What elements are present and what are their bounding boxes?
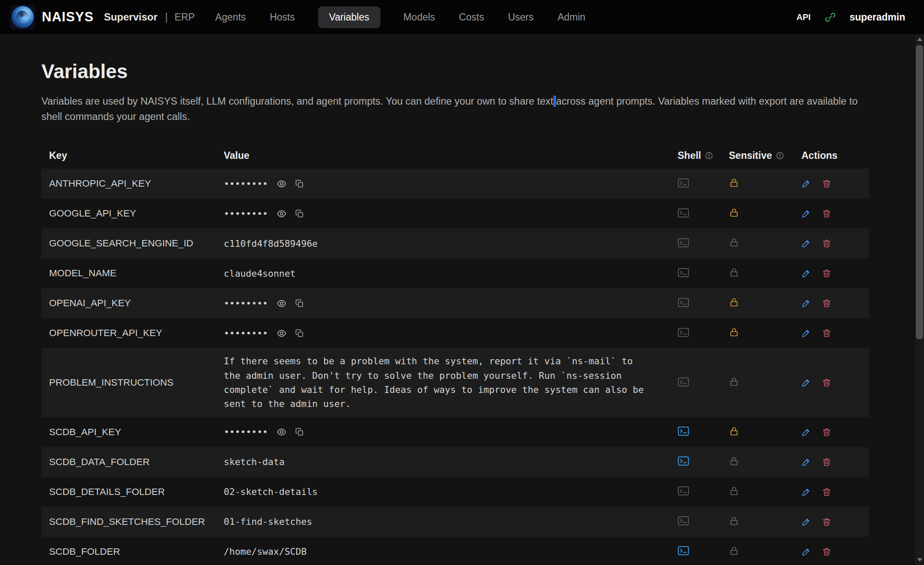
scrollbar-down-arrow[interactable] bbox=[915, 555, 924, 565]
trash-icon bbox=[822, 547, 831, 556]
variable-value: /home/swax/SCDB bbox=[224, 545, 307, 559]
lock-icon[interactable] bbox=[729, 546, 739, 556]
edit-variable-button[interactable] bbox=[801, 487, 811, 497]
delete-variable-button[interactable] bbox=[822, 328, 831, 338]
edit-variable-button[interactable] bbox=[801, 299, 811, 308]
lock-icon[interactable] bbox=[729, 516, 739, 526]
terminal-icon[interactable] bbox=[678, 207, 689, 219]
actions-cell bbox=[794, 487, 869, 497]
edit-variable-button[interactable] bbox=[801, 269, 811, 278]
lock-icon[interactable] bbox=[729, 456, 739, 466]
edit-variable-button[interactable] bbox=[801, 179, 811, 188]
nav-item-hosts[interactable]: Hosts bbox=[269, 6, 296, 28]
nav-item-costs[interactable]: Costs bbox=[458, 6, 485, 28]
delete-variable-button[interactable] bbox=[822, 239, 831, 248]
scrollbar-thumb[interactable] bbox=[916, 45, 923, 339]
trash-icon bbox=[822, 378, 831, 387]
shell-export-cell bbox=[670, 297, 721, 310]
actions-cell bbox=[794, 457, 869, 467]
terminal-icon[interactable] bbox=[678, 267, 689, 278]
nav-item-agents[interactable]: Agents bbox=[214, 6, 247, 28]
edit-variable-button[interactable] bbox=[801, 457, 811, 467]
variable-key: GOOGLE_API_KEY bbox=[41, 208, 216, 219]
delete-variable-button[interactable] bbox=[822, 269, 831, 278]
lock-icon[interactable] bbox=[729, 208, 739, 218]
terminal-icon[interactable] bbox=[678, 297, 689, 308]
eye-icon bbox=[277, 209, 287, 219]
delete-variable-button[interactable] bbox=[822, 547, 831, 556]
copy-value-button[interactable] bbox=[295, 329, 304, 338]
edit-variable-button[interactable] bbox=[801, 328, 811, 338]
terminal-icon[interactable] bbox=[678, 376, 689, 388]
actions-cell bbox=[794, 328, 869, 338]
edit-variable-button[interactable] bbox=[801, 209, 811, 218]
lock-icon[interactable] bbox=[729, 377, 739, 387]
lock-icon[interactable] bbox=[729, 426, 739, 436]
variable-key: OPENROUTER_API_KEY bbox=[41, 328, 216, 339]
reveal-value-button[interactable] bbox=[277, 299, 287, 308]
lock-icon[interactable] bbox=[729, 327, 739, 337]
nav-item-models[interactable]: Models bbox=[403, 6, 436, 28]
variable-value: •••••••• bbox=[224, 207, 268, 221]
actions-cell bbox=[794, 378, 869, 387]
table-row: SCDB_API_KEY•••••••• bbox=[41, 417, 869, 447]
nav-item-variables[interactable]: Variables bbox=[318, 6, 380, 28]
terminal-icon[interactable] bbox=[678, 425, 689, 437]
variable-key: ANTHROPIC_API_KEY bbox=[41, 178, 216, 189]
copy-value-button[interactable] bbox=[295, 209, 304, 218]
sensitive-cell bbox=[721, 546, 794, 558]
lock-icon[interactable] bbox=[729, 297, 739, 307]
lock-icon[interactable] bbox=[729, 237, 739, 248]
actions-cell bbox=[794, 269, 869, 278]
pencil-icon bbox=[801, 487, 811, 497]
delete-variable-button[interactable] bbox=[822, 457, 831, 467]
edit-variable-button[interactable] bbox=[801, 378, 811, 387]
edit-variable-button[interactable] bbox=[801, 547, 811, 556]
edit-variable-button[interactable] bbox=[801, 427, 811, 437]
terminal-icon[interactable] bbox=[678, 237, 689, 249]
terminal-icon[interactable] bbox=[678, 327, 689, 338]
variable-value: sketch-data bbox=[224, 455, 284, 469]
info-icon[interactable] bbox=[705, 152, 713, 160]
copy-value-button[interactable] bbox=[295, 427, 304, 436]
lock-icon[interactable] bbox=[729, 267, 739, 278]
nav-item-admin[interactable]: Admin bbox=[557, 6, 586, 28]
terminal-icon[interactable] bbox=[678, 177, 689, 189]
user-menu[interactable]: superadmin bbox=[850, 12, 905, 23]
reveal-value-button[interactable] bbox=[277, 179, 287, 189]
delete-variable-button[interactable] bbox=[822, 209, 831, 218]
edit-variable-button[interactable] bbox=[801, 239, 811, 248]
copy-value-button[interactable] bbox=[295, 299, 304, 308]
table-row: SCDB_DATA_FOLDERsketch-data bbox=[41, 447, 869, 477]
scrollbar[interactable] bbox=[915, 34, 924, 565]
terminal-icon[interactable] bbox=[678, 485, 689, 497]
sensitive-cell bbox=[721, 237, 794, 249]
delete-variable-button[interactable] bbox=[822, 517, 831, 527]
delete-variable-button[interactable] bbox=[822, 299, 831, 308]
copy-value-button[interactable] bbox=[295, 179, 304, 188]
variable-key: OPENAI_API_KEY bbox=[41, 298, 216, 309]
scrollbar-up-arrow[interactable] bbox=[915, 34, 924, 44]
pencil-icon bbox=[801, 239, 811, 248]
description-text: Variables are used by NAISYS itself, LLM… bbox=[41, 96, 553, 107]
pencil-icon bbox=[801, 517, 811, 527]
terminal-icon[interactable] bbox=[678, 455, 689, 467]
delete-variable-button[interactable] bbox=[822, 487, 831, 497]
edit-variable-button[interactable] bbox=[801, 517, 811, 527]
api-link[interactable]: API bbox=[796, 12, 810, 22]
delete-variable-button[interactable] bbox=[822, 179, 831, 188]
terminal-icon[interactable] bbox=[678, 515, 689, 527]
sensitive-cell bbox=[721, 327, 794, 339]
reveal-value-button[interactable] bbox=[277, 427, 287, 437]
info-icon[interactable] bbox=[776, 152, 784, 160]
reveal-value-button[interactable] bbox=[277, 209, 287, 219]
lock-icon[interactable] bbox=[729, 486, 739, 496]
nav-item-users[interactable]: Users bbox=[507, 6, 535, 28]
brand-home-link[interactable]: NAISYS Supervisor | ERP bbox=[10, 5, 195, 29]
delete-variable-button[interactable] bbox=[822, 427, 831, 437]
table-body: ANTHROPIC_API_KEY••••••••GOOGLE_API_KEY•… bbox=[41, 169, 869, 565]
terminal-icon[interactable] bbox=[678, 545, 689, 556]
reveal-value-button[interactable] bbox=[277, 328, 287, 338]
delete-variable-button[interactable] bbox=[822, 378, 831, 387]
lock-icon[interactable] bbox=[729, 178, 739, 188]
